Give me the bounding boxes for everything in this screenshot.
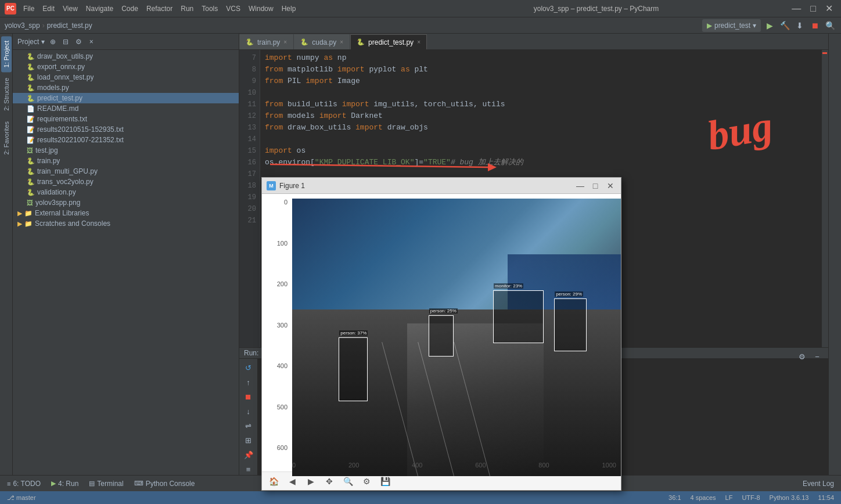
run-wrap-icon[interactable]: ⇌	[242, 419, 255, 432]
tree-item-requirements[interactable]: 📝 requirements.txt	[13, 114, 239, 124]
tree-item-results2[interactable]: 📝 results20221007-221352.txt	[13, 135, 239, 145]
run-restart-icon[interactable]: ↺	[242, 361, 255, 374]
run-side-icons: ↺ ↑ ⏹ ↓ ⇌ ⊞ 📌 ≡ 🖨 🗑	[239, 359, 258, 475]
tree-item-export-onnx[interactable]: 🐍 export_onnx.py	[13, 62, 239, 72]
spaces-status[interactable]: 4 spaces	[688, 494, 718, 501]
build-down-button[interactable]: ⬇	[793, 19, 806, 32]
encoding-status[interactable]: LF	[723, 494, 735, 501]
structure-tab[interactable]: 2: Structure	[1, 73, 12, 116]
code-line-9: from PIL import Image	[265, 75, 817, 87]
menu-navigate[interactable]: Navigate	[82, 3, 117, 14]
tree-item-predict-test[interactable]: 🐍 predict_test.py	[13, 93, 239, 103]
figure-maximize-button[interactable]: □	[590, 180, 601, 192]
menu-vcs[interactable]: VCS	[222, 3, 244, 14]
tab-close-train[interactable]: ×	[283, 39, 287, 45]
python-status[interactable]: Python 3.6.13	[767, 494, 811, 501]
txt-file-icon: 📝	[27, 136, 35, 144]
py-file-icon: 🐍	[27, 157, 35, 165]
menu-edit[interactable]: Edit	[39, 3, 58, 14]
favorites-tab[interactable]: 2: Favorites	[1, 117, 12, 159]
event-log-tab[interactable]: Event Log	[798, 478, 839, 489]
locate-file-icon[interactable]: ⊕	[47, 36, 59, 48]
tree-item-train[interactable]: 🐍 train.py	[13, 156, 239, 166]
todo-tab[interactable]: ≡ 6: TODO	[2, 478, 45, 489]
run-print-icon[interactable]: ⊞	[242, 434, 255, 447]
tab-cuda-py[interactable]: 🐍 cuda.py ×	[294, 34, 350, 49]
tree-item-results1[interactable]: 📝 results20210515-152935.txt	[13, 124, 239, 135]
code-line-12: from models import Darknet	[265, 110, 817, 122]
py-file-icon: 🐍	[27, 178, 35, 186]
figure-app-icon: M	[267, 181, 276, 190]
python-console-icon: ⌨	[134, 480, 143, 487]
python-console-tab[interactable]: ⌨ Python Console	[130, 478, 200, 489]
close-button[interactable]: ✕	[822, 3, 836, 14]
folder-icon: ▶	[17, 220, 22, 228]
home-tool-button[interactable]: 🏠	[265, 474, 282, 489]
run-settings-icon[interactable]: ⚙	[796, 350, 808, 363]
run-bottom-tab[interactable]: ▶ 4: Run	[46, 478, 83, 489]
build-button[interactable]: 🔨	[778, 19, 791, 32]
tree-item-validation[interactable]: 🐍 validation.py	[13, 187, 239, 197]
run-list-icon[interactable]: ≡	[242, 463, 255, 475]
tab-close-predict[interactable]: ×	[417, 39, 420, 45]
menu-run[interactable]: Run	[177, 3, 197, 14]
git-status[interactable]: ⎇ master	[5, 494, 38, 502]
menu-code[interactable]: Code	[118, 3, 142, 14]
right-gutter	[821, 50, 828, 347]
run-down-icon[interactable]: ↓	[242, 405, 255, 417]
detect-label-person2: person: 29%	[555, 291, 583, 297]
detect-box-person1: person: 25%	[429, 315, 454, 357]
breadcrumb-project[interactable]: yolov3_spp	[5, 21, 40, 30]
menu-help[interactable]: Help	[278, 3, 300, 14]
run-config-dropdown[interactable]: ▾	[753, 21, 756, 30]
project-dropdown-icon[interactable]: ▾	[41, 38, 45, 46]
project-panel-title: Project	[17, 38, 39, 46]
txt-file-icon: 📝	[27, 126, 35, 134]
panel-close-icon[interactable]: ×	[85, 36, 97, 48]
terminal-tab[interactable]: ▤ Terminal	[84, 478, 128, 489]
toolbar-icons: ▶ predict_test ▾ ▶ 🔨 ⬇ ⏹ 🔍	[702, 19, 836, 32]
run-up-icon[interactable]: ↑	[242, 376, 255, 388]
menu-window[interactable]: Window	[245, 3, 277, 14]
tree-item-load-onnx[interactable]: 🐍 load_onnx_test.py	[13, 72, 239, 82]
breadcrumb-file[interactable]: predict_test.py	[47, 21, 92, 30]
error-indicator	[822, 52, 827, 54]
search-everywhere-button[interactable]: 🔍	[824, 19, 836, 32]
maximize-button[interactable]: □	[807, 3, 820, 14]
run-pin-icon[interactable]: 📌	[242, 448, 255, 461]
charset-value: UTF-8	[742, 494, 760, 501]
tab-predict-test-py[interactable]: 🐍 predict_test.py ×	[350, 34, 427, 49]
tab-train-py[interactable]: 🐍 train.py ×	[239, 34, 293, 49]
project-panel-header: Project ▾ ⊕ ⊟ ⚙ ×	[13, 34, 239, 50]
run-collapse-icon[interactable]: −	[811, 350, 824, 363]
menu-file[interactable]: File	[20, 3, 38, 14]
tree-item-models[interactable]: 🐍 models.py	[13, 82, 239, 93]
tree-item-train-multi[interactable]: 🐍 train_multi_GPU.py	[13, 166, 239, 177]
run-configuration[interactable]: ▶ predict_test ▾	[702, 19, 761, 32]
run-stop-icon[interactable]: ⏹	[242, 390, 255, 403]
minimize-button[interactable]: —	[788, 3, 804, 14]
x-label-200: 200	[348, 462, 359, 469]
tree-item-scratches[interactable]: ▶ 📁 Scratches and Consoles	[13, 218, 239, 229]
tab-close-cuda[interactable]: ×	[340, 39, 343, 45]
menu-tools[interactable]: Tools	[198, 3, 221, 14]
escalator-area	[407, 323, 544, 476]
figure-minimize-button[interactable]: —	[574, 180, 586, 192]
project-tab[interactable]: 1: Project	[1, 36, 12, 72]
charset-status[interactable]: UTF-8	[739, 494, 762, 501]
collapse-all-icon[interactable]: ⊟	[60, 36, 71, 48]
panel-settings-icon[interactable]: ⚙	[73, 36, 84, 48]
tree-item-readme[interactable]: 📄 README.md	[13, 103, 239, 114]
line-col-status[interactable]: 36:1	[666, 494, 683, 501]
tree-item-external-libs[interactable]: ▶ 📁 External Libraries	[13, 208, 239, 218]
line-col-value: 36:1	[669, 494, 681, 501]
stop-button[interactable]: ⏹	[808, 19, 821, 32]
run-button[interactable]: ▶	[763, 19, 776, 32]
menu-view[interactable]: View	[59, 3, 81, 14]
tree-item-yolov3spp[interactable]: 🖼 yolov3spp.png	[13, 197, 239, 208]
menu-refactor[interactable]: Refactor	[143, 3, 176, 14]
figure-close-button[interactable]: ✕	[605, 180, 616, 192]
tree-item-test-jpg[interactable]: 🖼 test.jpg	[13, 145, 239, 156]
tree-item-trans-voc[interactable]: 🐍 trans_voc2yolo.py	[13, 177, 239, 187]
tree-item-draw-box-utils[interactable]: 🐍 draw_box_utils.py	[13, 51, 239, 62]
